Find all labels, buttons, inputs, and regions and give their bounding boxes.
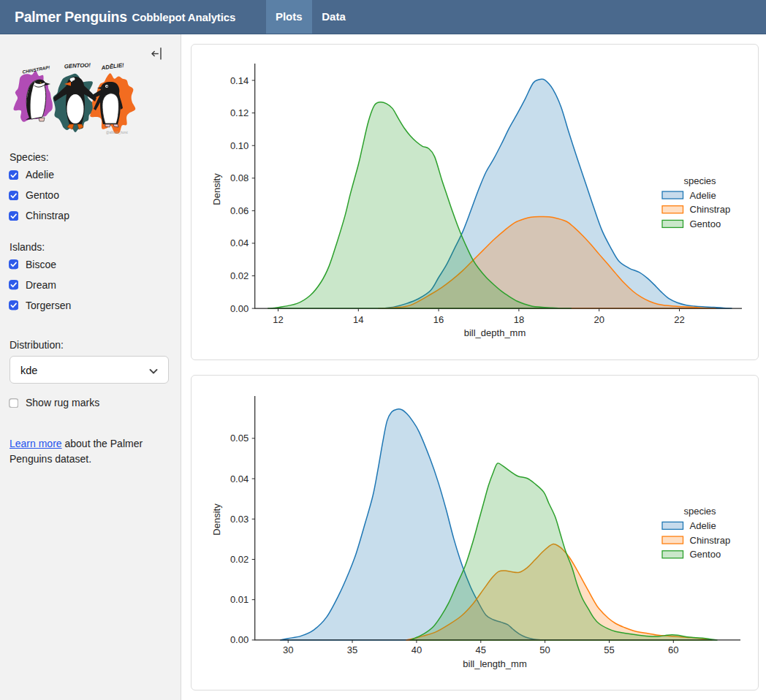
svg-text:GENTOO!: GENTOO! [64, 62, 91, 70]
svg-text:@allison_horst: @allison_horst [106, 131, 129, 134]
svg-text:ADĒLIE!: ADĒLIE! [100, 62, 124, 72]
